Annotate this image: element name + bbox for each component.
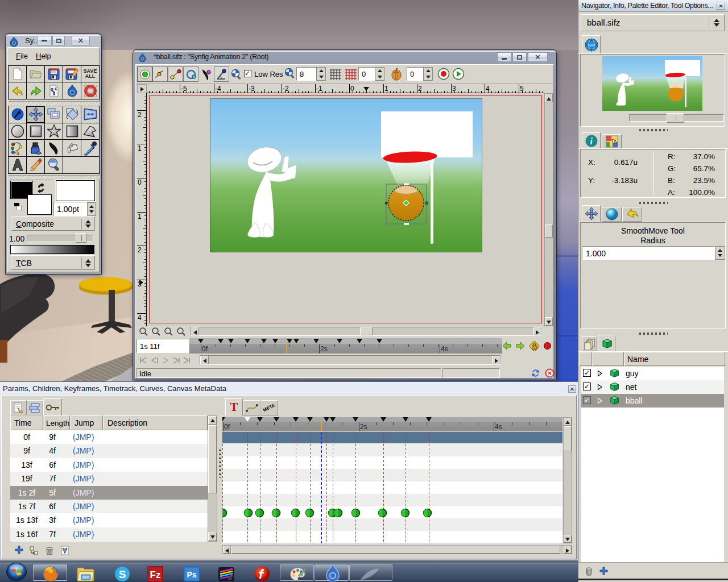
svg-text:Ps: Ps [187, 570, 196, 579]
svg-text:S: S [119, 568, 126, 580]
svg-text:NAV: NAV [588, 44, 595, 47]
svg-text:Fz: Fz [150, 569, 161, 580]
svg-text:i: i [590, 136, 593, 146]
